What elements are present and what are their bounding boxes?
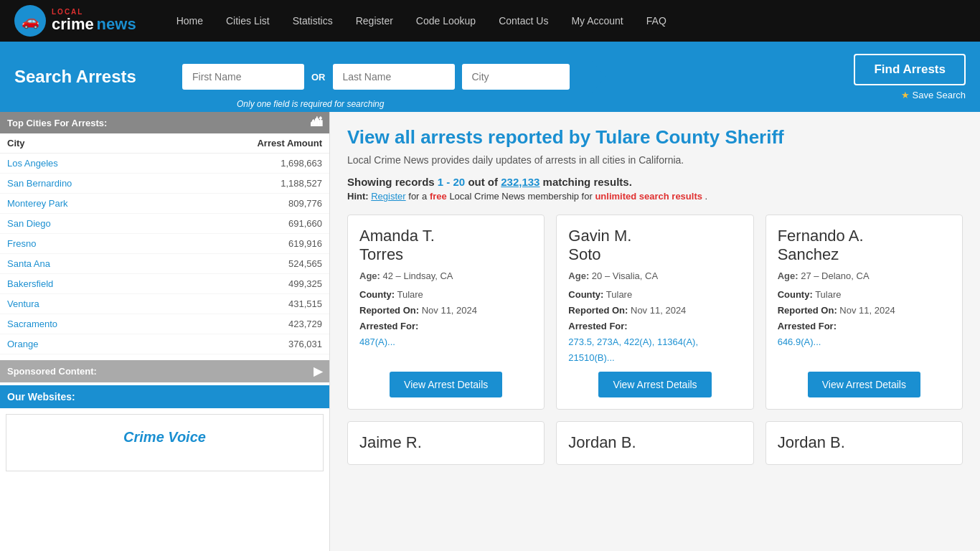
hint-line: Hint: Register for a free Local Crime Ne… [347, 191, 963, 202]
city-link[interactable]: Ventura [7, 298, 39, 309]
top-cities-title-bar: Top Cities For Arrests: 🏙 [0, 112, 329, 133]
showing-records: Showing records 1 - 20 out of 232,133 ma… [347, 176, 963, 188]
unlimited-text: unlimited search results [595, 191, 702, 202]
main-layout: Top Cities For Arrests: 🏙 City Arrest Am… [0, 112, 980, 551]
content-area: View all arrests reported by Tulare Coun… [330, 112, 980, 551]
charge-link-1[interactable]: 487(A)... [359, 336, 395, 347]
arrest-amount-cell: 1,698,663 [164, 154, 329, 174]
table-row: Santa Ana 524,565 [0, 254, 329, 274]
logo-text: LOCAL crime news [52, 8, 136, 33]
arrest-details-1: County: Tulare Reported On: Nov 11, 2024… [359, 287, 532, 350]
cards-row-1: Amanda T.Torres Age: 42 – Lindsay, CA Co… [347, 215, 963, 410]
hint-mid: for a [408, 191, 430, 202]
nav-item-cities-list[interactable]: Cities List [215, 0, 281, 42]
arrest-age-3: Age: 27 – Delano, CA [778, 270, 951, 281]
nav-link-code-lookup[interactable]: Code Lookup [405, 0, 487, 42]
nav-item-home[interactable]: Home [165, 0, 215, 42]
save-search-label: Save Search [913, 90, 966, 100]
star-icon: ★ [901, 90, 910, 100]
view-arrest-details-2[interactable]: View Arrest Details [598, 372, 711, 397]
view-arrest-details-3[interactable]: View Arrest Details [808, 372, 920, 397]
city-link[interactable]: Los Angeles [7, 158, 58, 169]
search-hint: Only one field is required for searching [237, 99, 384, 109]
city-link[interactable]: Orange [7, 339, 38, 349]
arrest-card-3: Fernando A.Sanchez Age: 27 – Delano, CA … [765, 215, 963, 410]
register-link[interactable]: Register [371, 191, 405, 202]
nav-item-code-lookup[interactable]: Code Lookup [405, 0, 487, 42]
nav-link-register[interactable]: Register [344, 0, 405, 42]
table-row: San Bernardino 1,188,527 [0, 174, 329, 194]
nav-item-statistics[interactable]: Statistics [281, 0, 344, 42]
sponsored-content-bar: Sponsored Content: ▶ [0, 360, 329, 382]
view-arrest-details-1[interactable]: View Arrest Details [390, 372, 502, 397]
nav-link-cities-list[interactable]: Cities List [215, 0, 281, 42]
our-websites-bar: Our Websites: [0, 385, 329, 408]
city-link[interactable]: Santa Ana [7, 258, 50, 269]
last-name-input[interactable] [333, 64, 455, 90]
city-link[interactable]: Bakersfield [7, 278, 53, 289]
arrest-amount-cell: 376,031 [164, 334, 329, 354]
content-subtitle: Local Crime News provides daily updates … [347, 154, 963, 166]
arrest-amount-cell: 809,776 [164, 194, 329, 214]
save-search-button[interactable]: ★ Save Search [901, 90, 966, 100]
arrest-card-2: Gavin M.Soto Age: 20 – Visalia, CA Count… [556, 215, 753, 410]
crime-voice-text[interactable]: Crime Voice [21, 429, 308, 446]
arrest-card-6: Jordan B. [765, 421, 963, 464]
table-row: Ventura 431,515 [0, 294, 329, 314]
city-link[interactable]: Monterey Park [7, 198, 68, 209]
arrest-amount-col-header: Arrest Amount [164, 133, 329, 154]
table-row: San Diego 691,660 [0, 214, 329, 234]
arrest-amount-cell: 431,515 [164, 294, 329, 314]
hint-label: Hint: [347, 191, 369, 202]
nav-link-statistics[interactable]: Statistics [281, 0, 344, 42]
nav-link-contact-us[interactable]: Contact Us [487, 0, 560, 42]
cities-table: City Arrest Amount Los Angeles 1,698,663… [0, 133, 329, 354]
arrow-divider [584, 52, 606, 102]
city-link[interactable]: San Diego [7, 218, 51, 229]
arrest-name-6: Jordan B. [778, 433, 951, 452]
nav-links: Home Cities List Statistics Register Cod… [165, 0, 678, 42]
site-logo[interactable]: 🚗 LOCAL crime news [14, 5, 136, 37]
city-link[interactable]: Fresno [7, 238, 36, 249]
nav-item-my-account[interactable]: My Account [560, 0, 634, 42]
city-link[interactable]: San Bernardino [7, 178, 72, 189]
arrest-amount-cell: 499,325 [164, 274, 329, 294]
nav-item-register[interactable]: Register [344, 0, 405, 42]
hint-end: . [705, 191, 708, 202]
table-row: Fresno 619,916 [0, 234, 329, 254]
find-btn-wrap: Find Arrests ★ Save Search [854, 54, 966, 100]
sidebar: Top Cities For Arrests: 🏙 City Arrest Am… [0, 112, 330, 551]
arrest-name-4: Jaime R. [359, 433, 532, 452]
arrest-amount-cell: 619,916 [164, 234, 329, 254]
nav-link-faq[interactable]: FAQ [635, 0, 678, 42]
table-row: Monterey Park 809,776 [0, 194, 329, 214]
arrest-card-1: Amanda T.Torres Age: 42 – Lindsay, CA Co… [347, 215, 545, 410]
play-icon[interactable]: ▶ [314, 364, 322, 378]
sponsored-label: Sponsored Content: [7, 366, 97, 377]
top-cities-label: Top Cities For Arrests: [7, 118, 107, 128]
city-link[interactable]: Sacramento [7, 319, 57, 329]
showing-range: 1 - 20 [438, 176, 465, 188]
table-row: Bakersfield 499,325 [0, 274, 329, 294]
city-input[interactable] [462, 64, 570, 90]
nav-item-contact-us[interactable]: Contact Us [487, 0, 560, 42]
arrest-name-5: Jordan B. [568, 433, 741, 452]
nav-item-faq[interactable]: FAQ [635, 0, 678, 42]
charge-link-3[interactable]: 646.9(A)... [778, 336, 821, 347]
find-arrests-button[interactable]: Find Arrests [854, 54, 966, 85]
arrest-card-5: Jordan B. [556, 421, 753, 464]
arrest-amount-cell: 1,188,527 [164, 174, 329, 194]
nav-link-home[interactable]: Home [165, 0, 215, 42]
cards-row-2: Jaime R. Jordan B. Jordan B. [347, 421, 963, 464]
arrest-amount-cell: 524,565 [164, 254, 329, 274]
crime-voice-box: Crime Voice [6, 414, 324, 471]
arrest-name-2: Gavin M.Soto [568, 227, 741, 265]
logo-icon: 🚗 [14, 5, 46, 37]
table-row: Los Angeles 1,698,663 [0, 154, 329, 174]
nav-link-my-account[interactable]: My Account [560, 0, 634, 42]
first-name-input[interactable] [182, 64, 304, 90]
charge-link-2[interactable]: 273.5, 273A, 422(A), 11364(A), 21510(B).… [568, 336, 698, 363]
showing-count: 232,133 [501, 176, 540, 188]
arrest-name-1: Amanda T.Torres [359, 227, 532, 265]
navbar: 🚗 LOCAL crime news Home Cities List Stat… [0, 0, 980, 42]
